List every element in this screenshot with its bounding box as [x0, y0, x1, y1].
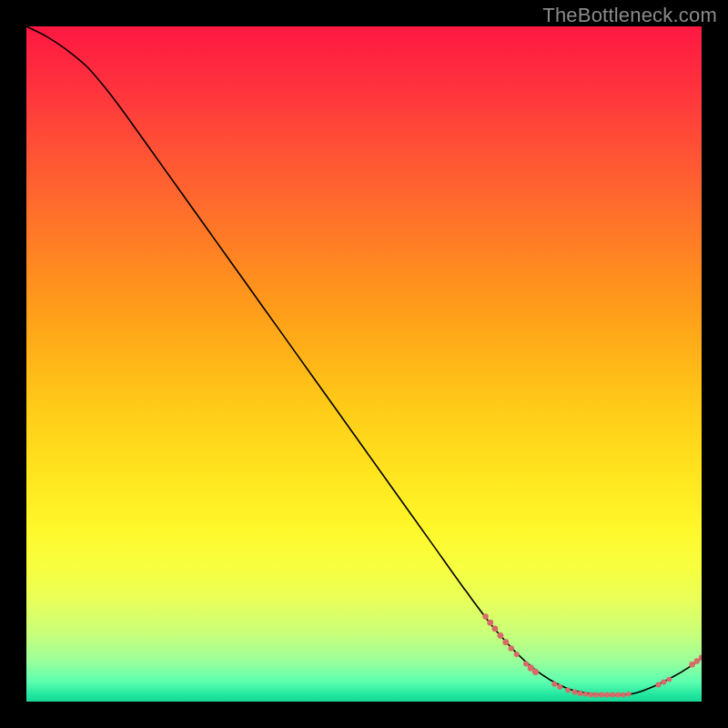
data-point — [621, 693, 626, 698]
data-point — [523, 661, 529, 666]
data-point — [492, 625, 499, 632]
data-point — [656, 682, 662, 687]
data-point — [689, 662, 694, 667]
data-point — [667, 677, 672, 682]
data-point — [572, 690, 578, 695]
data-point — [557, 684, 562, 690]
chart-stage: TheBottleneck.com — [0, 0, 728, 728]
watermark-label: TheBottleneck.com — [542, 4, 717, 27]
data-point — [599, 693, 604, 698]
data-point — [551, 682, 557, 687]
data-points-group — [482, 613, 702, 697]
data-point — [532, 669, 539, 675]
data-point — [593, 693, 599, 698]
data-point — [514, 652, 520, 657]
data-point — [577, 691, 582, 696]
data-point — [502, 639, 509, 645]
data-point — [610, 693, 615, 698]
data-point — [565, 688, 571, 693]
data-point — [487, 620, 493, 626]
chart-svg — [26, 26, 702, 702]
data-point — [615, 693, 621, 698]
bottleneck-curve — [26, 26, 702, 695]
data-point — [661, 679, 666, 684]
data-point — [583, 692, 589, 697]
data-point — [626, 692, 632, 697]
data-point — [604, 693, 610, 698]
chart-plot-area — [26, 26, 702, 702]
data-point — [588, 693, 593, 698]
data-point — [482, 613, 488, 619]
data-point — [694, 658, 700, 663]
data-point — [497, 632, 503, 639]
data-point — [509, 645, 514, 651]
